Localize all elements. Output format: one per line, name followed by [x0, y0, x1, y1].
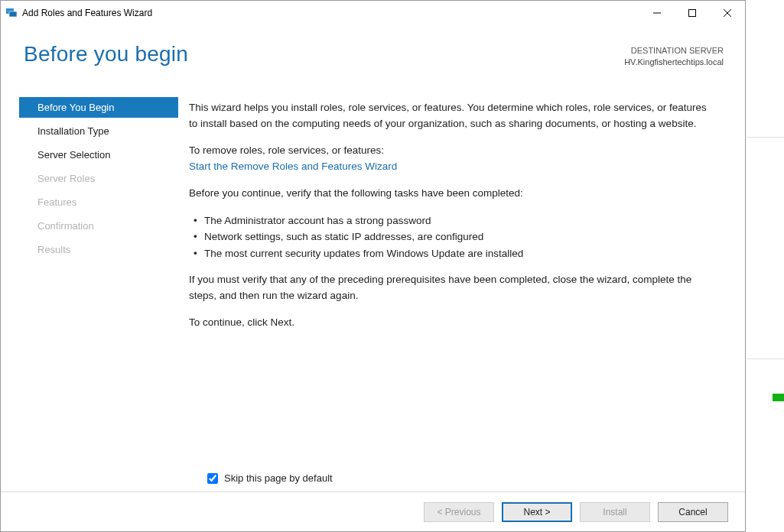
intro-text: This wizard helps you install roles, rol…: [189, 100, 717, 132]
prereq-list: The Administrator account has a strong p…: [194, 212, 717, 262]
background-panel: [747, 0, 784, 138]
sidebar-item-server-selection[interactable]: Server Selection: [19, 144, 178, 165]
prereq-item: The Administrator account has a strong p…: [194, 212, 717, 229]
next-button[interactable]: Next >: [502, 502, 572, 522]
wizard-window: Add Roles and Features Wizard Before you…: [0, 0, 746, 532]
step-sidebar: Before You Begin Installation Type Serve…: [1, 94, 178, 531]
previous-button: < Previous: [424, 502, 494, 522]
destination-server-box: DESTINATION SERVER HV.Kingfishertechtips…: [624, 45, 724, 69]
body: Before You Begin Installation Type Serve…: [1, 94, 745, 531]
content-pane: This wizard helps you install roles, rol…: [178, 94, 745, 531]
svg-rect-1: [9, 11, 17, 17]
background-accent: [773, 394, 784, 401]
server-manager-icon: [5, 7, 18, 19]
sidebar-item-before-you-begin[interactable]: Before You Begin: [19, 97, 178, 118]
prereq-item: Network settings, such as static IP addr…: [194, 229, 717, 245]
prereq-item: The most current security updates from W…: [194, 245, 717, 262]
verify-lead-text: Before you continue, verify that the fol…: [189, 186, 717, 202]
destination-label: DESTINATION SERVER: [624, 45, 724, 57]
background-panel: [747, 138, 784, 359]
close-button[interactable]: [710, 1, 745, 25]
sidebar-item-confirmation: Confirmation: [19, 216, 178, 236]
sidebar-item-results: Results: [19, 239, 178, 260]
maximize-button[interactable]: [675, 1, 710, 25]
sidebar-item-server-roles: Server Roles: [19, 168, 178, 189]
page-title: Before you begin: [24, 42, 188, 66]
titlebar: Add Roles and Features Wizard: [1, 1, 745, 25]
svg-rect-4: [689, 10, 696, 17]
sidebar-item-installation-type[interactable]: Installation Type: [19, 121, 178, 141]
skip-checkbox[interactable]: [207, 473, 218, 484]
remove-lead-text: To remove roles, role services, or featu…: [189, 143, 717, 159]
if-must-text: If you must verify that any of the prece…: [189, 272, 717, 304]
window-title: Add Roles and Features Wizard: [22, 8, 152, 18]
destination-value: HV.Kingfishertechtips.local: [624, 57, 724, 68]
skip-checkbox-row[interactable]: Skip this page by default: [207, 472, 333, 484]
install-button: Install: [580, 502, 650, 522]
skip-checkbox-label: Skip this page by default: [224, 472, 333, 484]
footer: < Previous Next > Install Cancel: [1, 491, 745, 531]
to-continue-text: To continue, click Next.: [189, 315, 717, 331]
sidebar-item-features: Features: [19, 192, 178, 212]
cancel-button[interactable]: Cancel: [658, 502, 728, 522]
header: Before you begin DESTINATION SERVER HV.K…: [1, 25, 745, 94]
minimize-button[interactable]: [639, 1, 675, 25]
remove-wizard-link[interactable]: Start the Remove Roles and Features Wiza…: [189, 161, 397, 172]
